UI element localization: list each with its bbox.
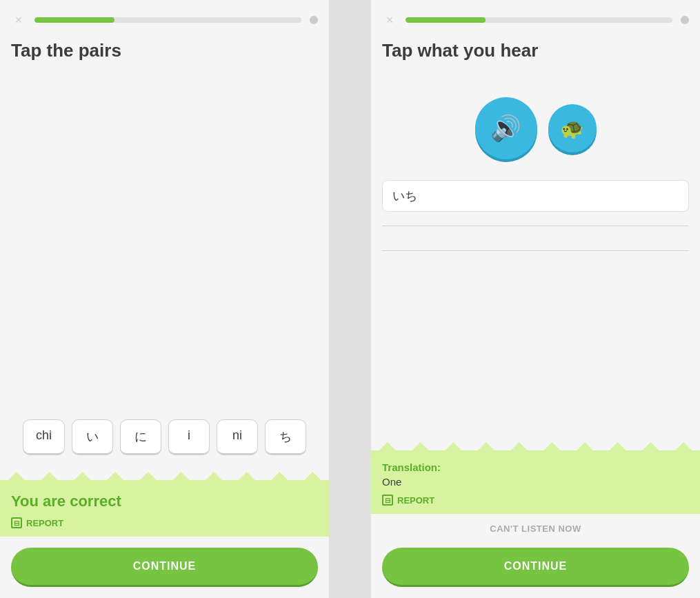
speaker-icon: 🔊 [490, 114, 521, 143]
right-content: 🔊 🐢 いち [371, 72, 700, 445]
left-success-banner: You are correct ⊟ REPORT [0, 480, 329, 537]
play-audio-button[interactable]: 🔊 [475, 97, 537, 159]
turtle-icon: 🐢 [560, 117, 584, 140]
left-continue-button[interactable]: CONTINUE [11, 548, 318, 587]
translation-value: One [382, 476, 689, 488]
tile-ni-roman[interactable]: ni [217, 419, 258, 455]
right-progress-bar [406, 17, 672, 23]
panels-divider [329, 0, 371, 598]
slow-audio-button[interactable]: 🐢 [548, 104, 597, 152]
translation-label: Translation: [382, 461, 689, 473]
right-panel: × Tap what you hear 🔊 🐢 いち Translation: … [371, 0, 700, 598]
report-icon: ⊟ [11, 517, 22, 528]
right-report-label: REPORT [397, 495, 434, 506]
tile-chi[interactable]: chi [23, 419, 65, 455]
right-report-button[interactable]: ⊟ REPORT [382, 495, 689, 506]
right-close-button[interactable]: × [382, 12, 397, 28]
right-progress-fill [406, 17, 486, 23]
right-success-banner: Translation: One ⊟ REPORT [371, 450, 700, 514]
answer-slot-1 [382, 232, 689, 251]
answer-divider [382, 226, 689, 226]
left-progress-dot [310, 16, 318, 24]
left-panel-title: Tap the pairs [0, 34, 329, 72]
tile-chi-hiragana[interactable]: ち [265, 419, 306, 455]
left-close-button[interactable]: × [11, 12, 26, 28]
right-report-icon: ⊟ [382, 495, 393, 506]
left-tiles-container: chi い に i ni ち [11, 419, 318, 455]
answer-box: いち [382, 180, 689, 212]
correct-text: You are correct [11, 492, 318, 510]
left-header: × [0, 0, 329, 34]
left-progress-fill [34, 17, 114, 23]
left-report-button[interactable]: ⊟ REPORT [11, 517, 318, 528]
left-panel: × Tap the pairs chi い に i ni ち You are c… [0, 0, 329, 598]
left-content: chi い に i ni ち [0, 72, 329, 480]
right-continue-button[interactable]: CONTINUE [382, 548, 689, 587]
tile-i-hiragana[interactable]: い [72, 419, 113, 455]
cant-listen-button[interactable]: CAN'T LISTEN NOW [371, 514, 700, 537]
audio-buttons-container: 🔊 🐢 [382, 97, 689, 159]
tile-i-roman[interactable]: i [168, 419, 210, 455]
left-report-label: REPORT [26, 518, 63, 528]
right-panel-title: Tap what you hear [371, 34, 700, 72]
right-progress-dot [681, 16, 689, 24]
right-header: × [371, 0, 700, 34]
left-progress-bar [34, 17, 301, 23]
tile-ni-hiragana[interactable]: に [120, 419, 161, 455]
